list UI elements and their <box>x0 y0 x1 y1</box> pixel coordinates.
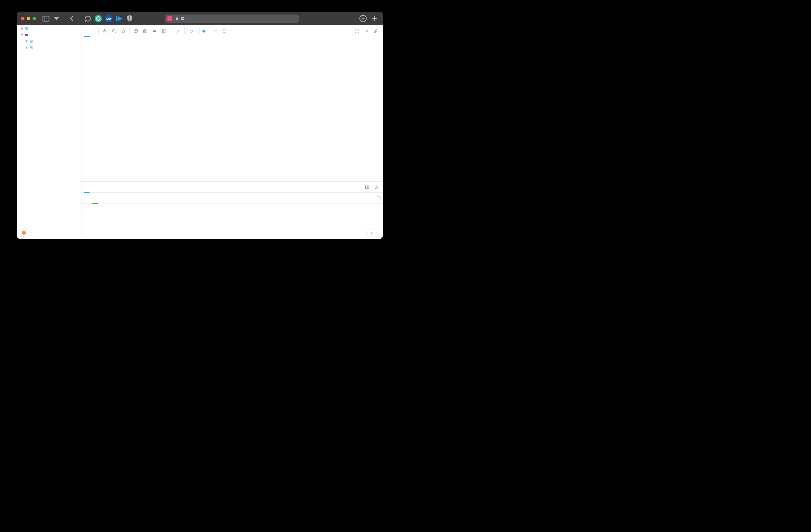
svg-rect-27 <box>144 30 147 33</box>
a11y-rules-list <box>81 204 383 239</box>
grid-icon[interactable] <box>150 27 159 35</box>
svg-rect-13 <box>25 29 26 30</box>
caret-down-icon: ▶ <box>25 40 28 43</box>
svg-rect-21 <box>30 48 31 49</box>
tab-canvas[interactable] <box>85 25 90 37</box>
svg-rect-20 <box>31 47 32 47</box>
docs-outline-icon[interactable] <box>159 27 168 35</box>
more-icon[interactable] <box>181 17 185 21</box>
sidebar-folder-actionlist[interactable]: ▶ <box>17 32 81 38</box>
accessibility-icon[interactable] <box>132 27 140 35</box>
extension-grammarly-icon[interactable] <box>94 15 102 23</box>
sidebar-component-filteredactionlist[interactable]: ▶ <box>17 25 81 32</box>
checkbox-icon <box>377 196 381 200</box>
svg-rect-18 <box>31 42 32 43</box>
sidebar-component-examples[interactable]: ▶ <box>17 38 81 45</box>
open-tab-icon[interactable] <box>362 27 371 35</box>
traffic-lights <box>21 17 36 20</box>
panel-close-icon[interactable] <box>372 183 381 191</box>
day-scheme-button[interactable] <box>186 27 198 35</box>
close-window-button[interactable] <box>21 17 25 20</box>
svg-rect-38 <box>366 186 369 189</box>
image-icon[interactable] <box>141 27 150 35</box>
storybook-sidebar[interactable]: ▶ ▶ ▶ ▶ <box>17 25 81 239</box>
panel-side-icon[interactable] <box>363 183 371 191</box>
sidebar-toggle-icon[interactable] <box>42 15 50 23</box>
browser-titlebar: ABP <box>17 12 383 25</box>
storybook-favicon-icon <box>167 16 172 21</box>
caret-down-icon: ▶ <box>21 34 24 36</box>
tab-performance[interactable] <box>98 182 104 193</box>
svg-rect-33 <box>154 31 155 32</box>
tab-dropdown-icon[interactable] <box>52 15 61 23</box>
url-bar[interactable] <box>165 15 299 23</box>
chromatic-logo-icon <box>22 231 26 235</box>
a11y-subtabs <box>81 193 383 204</box>
svg-rect-5 <box>116 16 118 21</box>
align-icon[interactable] <box>211 27 220 35</box>
extension-blue-play-icon[interactable] <box>115 15 123 23</box>
addons-tabs <box>81 182 383 193</box>
svg-rect-15 <box>30 40 31 41</box>
sidebar-component-fixtures[interactable]: ▶ <box>17 45 81 51</box>
subtab-violations[interactable] <box>84 193 90 204</box>
app-shell: ▶ ▶ ▶ ▶ <box>17 25 383 239</box>
caret-right-icon: ▶ <box>21 27 23 30</box>
svg-point-8 <box>182 18 183 19</box>
svg-rect-11 <box>25 27 26 28</box>
back-button[interactable] <box>68 15 76 23</box>
svg-rect-17 <box>30 42 31 43</box>
svg-point-9 <box>183 18 184 19</box>
svg-text:ABP: ABP <box>106 17 112 20</box>
color-mode-button[interactable] <box>173 27 185 35</box>
svg-rect-37 <box>223 30 226 33</box>
reload-button[interactable] <box>84 15 92 23</box>
zoom-reset-icon[interactable] <box>119 27 128 35</box>
svg-rect-22 <box>31 48 32 49</box>
chromatic-badge[interactable] <box>20 230 31 236</box>
svg-rect-36 <box>164 30 165 33</box>
svg-rect-35 <box>162 30 164 33</box>
addons-panel <box>81 182 383 239</box>
viewport-icon[interactable] <box>220 27 229 35</box>
extension-abp-icon[interactable]: ABP <box>105 15 113 23</box>
copy-link-icon[interactable] <box>371 27 380 35</box>
pencil-icon <box>176 29 180 33</box>
svg-rect-31 <box>155 30 156 31</box>
tests-completed-badge <box>367 230 378 236</box>
lock-icon <box>175 17 179 20</box>
tab-docs[interactable] <box>91 25 96 37</box>
extension-shield-icon[interactable] <box>126 15 134 23</box>
tab-accessibility[interactable] <box>84 182 90 193</box>
circle-filled-icon <box>202 30 205 33</box>
svg-rect-19 <box>30 47 31 47</box>
svg-rect-0 <box>43 16 49 21</box>
svg-point-2 <box>95 15 102 22</box>
checkmark-icon <box>370 231 373 235</box>
zoom-out-icon[interactable] <box>110 27 118 35</box>
main-area <box>81 25 383 239</box>
fullscreen-icon[interactable] <box>353 27 361 35</box>
folder-icon <box>25 33 28 36</box>
tab-actions[interactable] <box>91 182 96 193</box>
story-canvas <box>81 37 383 182</box>
svg-rect-12 <box>27 27 28 28</box>
circle-outline-icon <box>190 30 193 33</box>
downloads-icon[interactable] <box>359 15 367 23</box>
svg-point-28 <box>144 30 145 31</box>
maximize-window-button[interactable] <box>33 17 36 20</box>
component-icon <box>25 27 28 30</box>
new-tab-icon[interactable] <box>371 15 379 23</box>
highlight-results-toggle[interactable] <box>374 196 381 200</box>
caret-down-icon: ▶ <box>25 47 28 49</box>
svg-rect-14 <box>27 29 28 30</box>
browser-window: ABP ▶ ▶ ▶ <box>17 12 383 239</box>
minimize-window-button[interactable] <box>27 17 30 20</box>
subtab-incomplete[interactable] <box>100 193 106 204</box>
zoom-in-icon[interactable] <box>101 27 109 35</box>
svg-rect-16 <box>31 40 32 41</box>
svg-rect-30 <box>154 30 155 31</box>
svg-rect-34 <box>155 31 156 32</box>
night-scheme-button[interactable] <box>199 27 210 35</box>
subtab-passes[interactable] <box>92 193 98 204</box>
